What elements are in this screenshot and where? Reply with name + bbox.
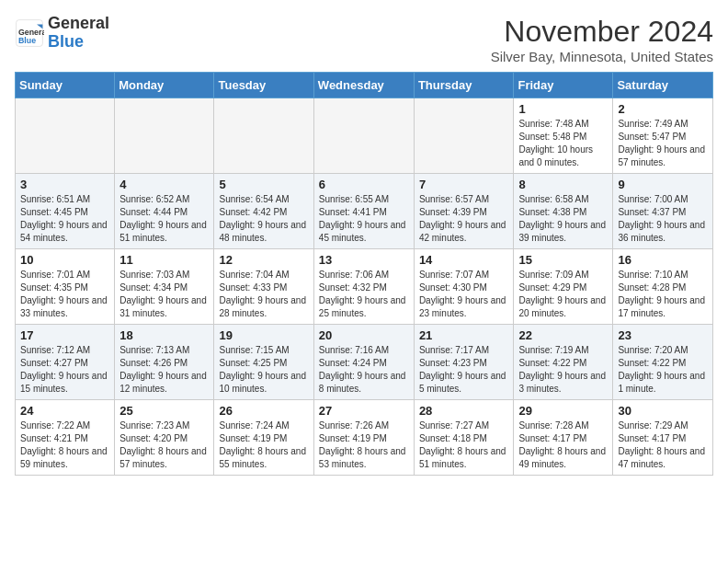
- day-number: 27: [319, 404, 409, 418]
- day-number: 11: [119, 253, 209, 267]
- logo-general-text: General: [48, 15, 109, 33]
- day-info: Sunrise: 6:57 AM Sunset: 4:39 PM Dayligh…: [419, 193, 509, 245]
- calendar-day-cell: 6Sunrise: 6:55 AM Sunset: 4:41 PM Daylig…: [313, 174, 414, 249]
- day-info: Sunrise: 7:27 AM Sunset: 4:18 PM Dayligh…: [419, 419, 509, 471]
- day-number: 21: [419, 328, 509, 342]
- day-info: Sunrise: 7:22 AM Sunset: 4:21 PM Dayligh…: [20, 419, 109, 471]
- day-number: 22: [518, 328, 608, 342]
- calendar-day-cell: 24Sunrise: 7:22 AM Sunset: 4:21 PM Dayli…: [16, 400, 115, 476]
- calendar-week-row: 17Sunrise: 7:12 AM Sunset: 4:27 PM Dayli…: [16, 325, 713, 400]
- page-header: General Blue General Blue November 2024 …: [15, 15, 713, 64]
- calendar-week-row: 1Sunrise: 7:48 AM Sunset: 5:48 PM Daylig…: [16, 98, 713, 174]
- calendar-day-cell: 16Sunrise: 7:10 AM Sunset: 4:28 PM Dayli…: [613, 249, 713, 325]
- calendar-day-cell: 12Sunrise: 7:04 AM Sunset: 4:33 PM Dayli…: [214, 249, 313, 325]
- calendar-day-cell: 11Sunrise: 7:03 AM Sunset: 4:34 PM Dayli…: [115, 249, 214, 325]
- calendar-header-row: SundayMondayTuesdayWednesdayThursdayFrid…: [16, 73, 713, 98]
- day-info: Sunrise: 7:09 AM Sunset: 4:29 PM Dayligh…: [518, 269, 608, 320]
- calendar-day-cell: [115, 98, 214, 174]
- day-number: 26: [219, 404, 308, 418]
- location-text: Silver Bay, Minnesota, United States: [491, 49, 713, 64]
- calendar-day-cell: 7Sunrise: 6:57 AM Sunset: 4:39 PM Daylig…: [414, 174, 514, 249]
- day-info: Sunrise: 7:23 AM Sunset: 4:20 PM Dayligh…: [119, 419, 209, 471]
- day-number: 4: [119, 178, 209, 191]
- day-info: Sunrise: 7:12 AM Sunset: 4:27 PM Dayligh…: [20, 344, 109, 396]
- day-info: Sunrise: 7:13 AM Sunset: 4:26 PM Dayligh…: [119, 344, 209, 396]
- day-number: 20: [319, 328, 409, 342]
- calendar-week-row: 24Sunrise: 7:22 AM Sunset: 4:21 PM Dayli…: [16, 400, 713, 476]
- day-number: 3: [20, 178, 109, 191]
- day-number: 30: [618, 404, 708, 418]
- day-info: Sunrise: 7:28 AM Sunset: 4:17 PM Dayligh…: [518, 419, 608, 471]
- calendar-day-cell: 23Sunrise: 7:20 AM Sunset: 4:22 PM Dayli…: [613, 325, 713, 400]
- day-number: 7: [419, 178, 509, 191]
- calendar-day-header: Saturday: [613, 73, 713, 98]
- calendar-day-cell: 30Sunrise: 7:29 AM Sunset: 4:17 PM Dayli…: [613, 400, 713, 476]
- day-number: 16: [618, 253, 708, 267]
- calendar-day-header: Monday: [115, 73, 214, 98]
- svg-text:General: General: [18, 27, 44, 36]
- calendar-table: SundayMondayTuesdayWednesdayThursdayFrid…: [15, 72, 713, 476]
- day-info: Sunrise: 7:06 AM Sunset: 4:32 PM Dayligh…: [319, 269, 409, 320]
- day-number: 25: [119, 404, 209, 418]
- calendar-day-cell: [313, 98, 414, 174]
- calendar-day-cell: 29Sunrise: 7:28 AM Sunset: 4:17 PM Dayli…: [514, 400, 613, 476]
- svg-text:Blue: Blue: [18, 36, 36, 45]
- day-info: Sunrise: 7:03 AM Sunset: 4:34 PM Dayligh…: [119, 269, 209, 320]
- calendar-day-cell: 19Sunrise: 7:15 AM Sunset: 4:25 PM Dayli…: [214, 325, 313, 400]
- day-info: Sunrise: 7:15 AM Sunset: 4:25 PM Dayligh…: [219, 344, 308, 396]
- logo-text: General Blue: [48, 15, 109, 52]
- calendar-day-header: Thursday: [414, 73, 514, 98]
- calendar-day-cell: 20Sunrise: 7:16 AM Sunset: 4:24 PM Dayli…: [313, 325, 414, 400]
- title-block: November 2024 Silver Bay, Minnesota, Uni…: [491, 15, 713, 64]
- day-info: Sunrise: 7:16 AM Sunset: 4:24 PM Dayligh…: [319, 344, 409, 396]
- day-number: 9: [618, 178, 708, 191]
- day-info: Sunrise: 7:01 AM Sunset: 4:35 PM Dayligh…: [20, 269, 109, 320]
- calendar-day-cell: 8Sunrise: 6:58 AM Sunset: 4:38 PM Daylig…: [514, 174, 613, 249]
- calendar-day-cell: 10Sunrise: 7:01 AM Sunset: 4:35 PM Dayli…: [16, 249, 115, 325]
- day-info: Sunrise: 7:07 AM Sunset: 4:30 PM Dayligh…: [419, 269, 509, 320]
- day-number: 2: [618, 102, 708, 116]
- day-number: 5: [219, 178, 308, 191]
- calendar-day-cell: 13Sunrise: 7:06 AM Sunset: 4:32 PM Dayli…: [313, 249, 414, 325]
- day-info: Sunrise: 6:52 AM Sunset: 4:44 PM Dayligh…: [119, 193, 209, 245]
- calendar-day-cell: 18Sunrise: 7:13 AM Sunset: 4:26 PM Dayli…: [115, 325, 214, 400]
- calendar-day-cell: 28Sunrise: 7:27 AM Sunset: 4:18 PM Dayli…: [414, 400, 514, 476]
- calendar-day-cell: 3Sunrise: 6:51 AM Sunset: 4:45 PM Daylig…: [16, 174, 115, 249]
- day-info: Sunrise: 7:29 AM Sunset: 4:17 PM Dayligh…: [618, 419, 708, 471]
- month-title: November 2024: [491, 15, 713, 49]
- day-info: Sunrise: 7:10 AM Sunset: 4:28 PM Dayligh…: [618, 269, 708, 320]
- day-info: Sunrise: 7:26 AM Sunset: 4:19 PM Dayligh…: [319, 419, 409, 471]
- calendar-day-cell: 25Sunrise: 7:23 AM Sunset: 4:20 PM Dayli…: [115, 400, 214, 476]
- calendar-day-header: Friday: [514, 73, 613, 98]
- day-info: Sunrise: 7:20 AM Sunset: 4:22 PM Dayligh…: [618, 344, 708, 396]
- calendar-day-header: Wednesday: [313, 73, 414, 98]
- calendar-week-row: 3Sunrise: 6:51 AM Sunset: 4:45 PM Daylig…: [16, 174, 713, 249]
- day-info: Sunrise: 7:00 AM Sunset: 4:37 PM Dayligh…: [618, 193, 708, 245]
- day-number: 24: [20, 404, 109, 418]
- calendar-day-cell: 1Sunrise: 7:48 AM Sunset: 5:48 PM Daylig…: [514, 98, 613, 174]
- calendar-day-cell: 27Sunrise: 7:26 AM Sunset: 4:19 PM Dayli…: [313, 400, 414, 476]
- day-number: 13: [319, 253, 409, 267]
- day-number: 15: [518, 253, 608, 267]
- day-info: Sunrise: 7:24 AM Sunset: 4:19 PM Dayligh…: [219, 419, 308, 471]
- day-number: 23: [618, 328, 708, 342]
- logo-icon: General Blue: [15, 18, 44, 48]
- day-info: Sunrise: 7:49 AM Sunset: 5:47 PM Dayligh…: [618, 118, 708, 169]
- day-number: 1: [518, 102, 608, 116]
- calendar-day-header: Tuesday: [214, 73, 313, 98]
- day-info: Sunrise: 7:17 AM Sunset: 4:23 PM Dayligh…: [419, 344, 509, 396]
- day-info: Sunrise: 6:58 AM Sunset: 4:38 PM Dayligh…: [518, 193, 608, 245]
- logo: General Blue General Blue: [15, 15, 109, 52]
- calendar-day-cell: 22Sunrise: 7:19 AM Sunset: 4:22 PM Dayli…: [514, 325, 613, 400]
- calendar-day-cell: 26Sunrise: 7:24 AM Sunset: 4:19 PM Dayli…: [214, 400, 313, 476]
- calendar-day-cell: [214, 98, 313, 174]
- day-info: Sunrise: 6:55 AM Sunset: 4:41 PM Dayligh…: [319, 193, 409, 245]
- calendar-week-row: 10Sunrise: 7:01 AM Sunset: 4:35 PM Dayli…: [16, 249, 713, 325]
- day-number: 12: [219, 253, 308, 267]
- day-info: Sunrise: 7:48 AM Sunset: 5:48 PM Dayligh…: [518, 118, 608, 169]
- calendar-day-cell: 4Sunrise: 6:52 AM Sunset: 4:44 PM Daylig…: [115, 174, 214, 249]
- calendar-day-cell: [414, 98, 514, 174]
- calendar-day-cell: [16, 98, 115, 174]
- day-number: 10: [20, 253, 109, 267]
- day-info: Sunrise: 7:04 AM Sunset: 4:33 PM Dayligh…: [219, 269, 308, 320]
